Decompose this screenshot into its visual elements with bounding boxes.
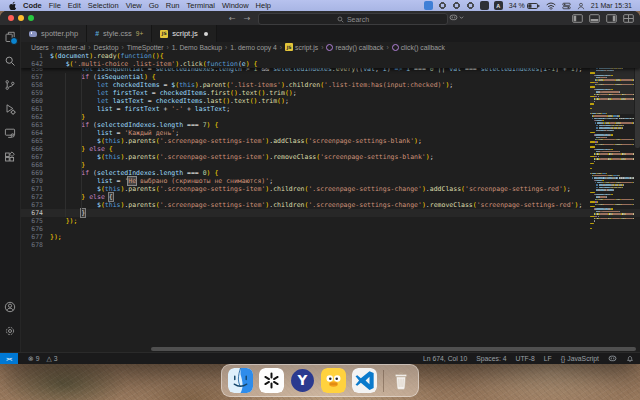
menu-file[interactable]: File [49,1,61,10]
indentation-status[interactable]: Spaces: 4 [476,355,506,362]
customize-layout-icon[interactable] [623,14,634,23]
screenshot-app-icon[interactable] [480,1,489,10]
horizontal-scrollbar[interactable] [151,347,636,351]
menu-selection[interactable]: Selection [88,1,119,10]
problems-status[interactable]: ⊗ 9 △ 3 [28,355,58,363]
finder-dock-icon[interactable] [228,368,253,393]
code-line[interactable]: 669 if (selectedIndexes.length === 0) { [21,169,640,177]
source-control-icon[interactable] [3,78,17,92]
menu-run[interactable]: Run [166,1,180,10]
breadcrumb-item[interactable]: master-al [57,44,85,51]
app-icon[interactable] [424,1,433,10]
code-line[interactable]: 675 }); [21,217,640,225]
code-line[interactable]: 659 let firstText = checkedItems.first()… [21,89,640,97]
minimap-line [590,173,634,174]
input-source-icon[interactable]: A [494,1,503,10]
code-line[interactable]: 1$(document).ready(function(){ [21,52,640,60]
breadcrumb-item[interactable]: Desktop [94,44,119,51]
code-line[interactable]: 657 if (isSequential) { [21,73,640,81]
tab-script.js[interactable]: JSscript.js [152,25,216,42]
code-line[interactable]: 660 let lastText = checkedItems.last().t… [21,97,640,105]
control-center-icon[interactable] [562,2,571,10]
breadcrumb-item[interactable]: ready() callback [326,44,383,51]
vscode-dock-icon[interactable] [352,368,377,393]
code-editor[interactable]: 1$(document).ready(function(){642 $('.mu… [21,52,640,352]
toggle-secondary-sidebar-icon[interactable] [606,14,617,23]
clipped-code-line[interactable]: 656 let isSequential = selectedIndexes.l… [21,68,640,73]
code-line[interactable]: 656 let isSequential = selectedIndexes.l… [21,68,640,73]
clock[interactable]: 21 Mar 15:31 [591,2,632,9]
app-icon[interactable] [438,1,447,10]
menu-window[interactable]: Window [222,1,249,10]
breadcrumb-item[interactable]: 1. Demo Backup [172,44,222,51]
account-icon[interactable] [3,300,17,314]
toggle-primary-sidebar-icon[interactable] [572,14,583,23]
window-title-bar[interactable]: ← → Search [0,11,640,25]
code-line[interactable]: 670 list = 'Не выбрано (скриншоты не сни… [21,177,640,185]
code-line[interactable]: 662 } [21,113,640,121]
breadcrumb-item[interactable]: JSscript.js [285,43,318,51]
menu-help[interactable]: Help [256,1,271,10]
breadcrumb-item[interactable]: 1. demo copy 4 [230,44,276,51]
chatgpt-dock-icon[interactable] [259,368,284,393]
eol-status[interactable]: LF [544,355,552,362]
code-line[interactable]: 664 list = 'Каждый день'; [21,129,640,137]
breadcrumb-item[interactable]: Users [31,44,49,51]
code-line[interactable]: 671 $(this).parents('.screenpage-setting… [21,185,640,193]
remote-indicator[interactable]: >< [0,353,18,364]
minimize-window-button[interactable] [18,15,24,21]
tab-style.css[interactable]: #style.css9+ [87,25,152,42]
encoding-status[interactable]: UTF-8 [516,355,535,362]
code-line[interactable]: 676 [21,225,640,233]
code-line[interactable]: 665 $(this).parents('.screenpage-setting… [21,137,640,145]
close-window-button[interactable] [8,15,14,21]
wifi-icon[interactable] [546,2,556,10]
cyberduck-dock-icon[interactable] [321,368,346,393]
search-icon[interactable] [3,54,17,68]
user-icon[interactable] [577,2,585,10]
copilot-status-icon[interactable] [608,354,617,363]
code-line[interactable]: 666 } else { [21,145,640,153]
cursor-position-status[interactable]: Ln 674, Col 10 [423,355,467,362]
navigate-forward-icon[interactable]: → [244,14,251,23]
extensions-icon[interactable] [3,150,17,164]
breadcrumb-item[interactable]: click() callback [392,44,445,51]
apple-menu-icon[interactable] [8,1,16,10]
menu-code[interactable]: Code [23,1,42,10]
code-line[interactable]: 677}); [21,233,640,241]
code-line[interactable]: 663 if (selectedIndexes.length === 7) { [21,121,640,129]
explorer-icon[interactable] [3,30,17,44]
menu-go[interactable]: Go [149,1,159,10]
command-center-search[interactable]: Search [258,13,448,25]
code-line[interactable]: 678 [21,241,640,249]
code-line[interactable]: 667 $(this).parents('.screenpage-setting… [21,153,640,161]
navigate-back-icon[interactable]: ← [229,14,236,23]
remote-explorer-icon[interactable] [3,126,17,140]
battery-status[interactable]: 34 % [509,2,540,9]
minimap[interactable] [590,52,634,232]
code-line[interactable]: 674 } [21,209,640,217]
code-line[interactable]: 658 let checkedItems = $(this).parent('.… [21,81,640,89]
code-line[interactable]: 642 $('.multi-choice .list-item').click(… [21,60,640,68]
toggle-panel-icon[interactable] [589,14,600,23]
breadcrumb-item[interactable]: TimeSpotter [127,44,164,51]
sticky-scroll[interactable]: 1$(document).ready(function(){642 $('.mu… [21,52,640,68]
copilot-menu[interactable] [449,13,464,22]
gear-icon[interactable] [452,1,461,10]
settings-icon[interactable] [3,324,17,338]
notifications-bell-icon[interactable] [626,354,634,363]
run-debug-icon[interactable] [3,102,17,116]
zoom-window-button[interactable] [28,15,34,21]
tab-spotter.php[interactable]: spotter.php [21,25,87,42]
code-line[interactable]: 661 list = firstText + '-' + lastText; [21,105,640,113]
code-line[interactable]: 668 } [21,161,640,169]
language-mode-status[interactable]: {} JavaScript [561,355,599,362]
menu-edit[interactable]: Edit [68,1,81,10]
code-line[interactable]: 672 } else { [21,193,640,201]
menu-terminal[interactable]: Terminal [187,1,215,10]
menu-view[interactable]: View [126,1,142,10]
app-icon[interactable] [466,1,475,10]
yandex-dock-icon[interactable]: Y [290,368,315,393]
trash-dock-icon[interactable] [390,368,412,393]
code-line[interactable]: 673 $(this).parents('.screenpage-setting… [21,201,640,209]
